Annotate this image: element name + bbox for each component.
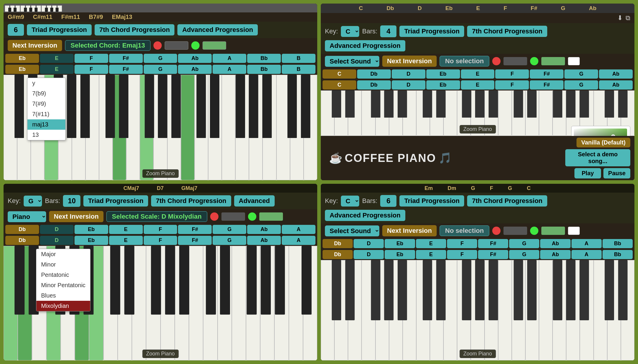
- p3-note-ab-btn2[interactable]: Ab: [247, 236, 281, 245]
- note-ab-1[interactable]: Ab: [178, 54, 212, 63]
- p3-wkey-2[interactable]: [18, 246, 32, 360]
- p4-wkey-14[interactable]: [498, 260, 512, 360]
- p2-wkey-18[interactable]: [553, 90, 566, 136]
- p2-note-c-btn[interactable]: C: [323, 69, 356, 79]
- p3-wkey-11[interactable]: [146, 246, 160, 360]
- p3-zoom-piano-label[interactable]: Zoom Piano: [142, 350, 179, 358]
- p4-advanced-button[interactable]: Advanced Progression: [325, 210, 405, 221]
- p4-note-g2[interactable]: G: [509, 250, 539, 259]
- note-b-2[interactable]: B: [282, 65, 315, 74]
- p3-advanced-button[interactable]: Advanced: [234, 195, 275, 207]
- pause-button[interactable]: Pause: [603, 168, 630, 178]
- p4-note-f2[interactable]: F: [447, 250, 477, 259]
- p3-wkey-20[interactable]: [274, 246, 289, 360]
- note-g-2[interactable]: G: [144, 65, 177, 74]
- p2-note-f-btn2[interactable]: F: [495, 80, 529, 90]
- scale-major[interactable]: Major: [36, 249, 90, 259]
- wkey-21[interactable]: [276, 75, 290, 180]
- p2-bars-button[interactable]: 4: [380, 25, 396, 37]
- p2-note-e-btn[interactable]: E: [461, 69, 495, 79]
- p4-note-fs[interactable]: F#: [478, 239, 508, 248]
- p4-note-g[interactable]: G: [509, 239, 539, 248]
- p4-note-bb[interactable]: Bb: [603, 239, 633, 248]
- note-a-1[interactable]: A: [213, 54, 246, 63]
- p3-bars-button[interactable]: 10: [63, 195, 80, 207]
- p4-wkey-13[interactable]: [485, 260, 498, 360]
- p3-wkey-13[interactable]: [175, 246, 189, 360]
- p4-select-sound[interactable]: Select Sound: [325, 225, 379, 236]
- p3-wkey-8[interactable]: [103, 246, 118, 360]
- p2-wkey-17[interactable]: [539, 90, 553, 136]
- p2-wkey-9[interactable]: [430, 90, 443, 136]
- p4-note-eb2[interactable]: Eb: [385, 250, 415, 259]
- note-e-1[interactable]: E: [40, 54, 74, 63]
- p3-note-d-btn[interactable]: D: [40, 225, 74, 234]
- p4-seventh-button[interactable]: 7th Chord Progression: [467, 195, 547, 207]
- p2-wkey-3[interactable]: [348, 90, 362, 136]
- dropdown-item-7s11[interactable]: 7(#11): [27, 109, 65, 119]
- p3-wkey-9[interactable]: [118, 246, 132, 360]
- wkey-13[interactable]: [167, 75, 181, 180]
- wkey-15[interactable]: [195, 75, 208, 180]
- p2-zoom-piano-label[interactable]: Zoom Piano: [459, 125, 496, 134]
- p4-wkey-10[interactable]: [443, 260, 457, 360]
- p3-note-fs-btn2[interactable]: F#: [178, 236, 212, 245]
- p3-seventh-button[interactable]: 7th Chord Progression: [151, 195, 231, 207]
- wkey-10[interactable]: [126, 75, 140, 180]
- p2-note-fs-btn[interactable]: F#: [530, 69, 563, 79]
- note-a-2[interactable]: A: [213, 65, 246, 74]
- p3-wkey-17[interactable]: [232, 246, 246, 360]
- note-ab-2[interactable]: Ab: [178, 65, 212, 74]
- p4-zoom-piano-label[interactable]: Zoom Piano: [459, 350, 496, 358]
- note-fs-1[interactable]: F#: [109, 54, 143, 63]
- p4-wkey-20[interactable]: [580, 260, 593, 360]
- p3-wkey-7[interactable]: [89, 246, 103, 360]
- p3-key-select[interactable]: GCDEFAB: [24, 196, 42, 207]
- advanced-progression-button[interactable]: Advanced Progression: [177, 24, 258, 35]
- p3-triad-button[interactable]: Triad Progression: [83, 195, 148, 207]
- p3-next-inversion-button[interactable]: Next Inversion: [49, 211, 103, 222]
- wkey-8[interactable]: [99, 75, 113, 180]
- wkey-1[interactable]: [4, 75, 17, 180]
- note-f-2[interactable]: F: [75, 65, 108, 74]
- p4-next-inversion-button[interactable]: Next Inversion: [382, 225, 437, 236]
- dropdown-item-7s9[interactable]: 7(#9): [27, 99, 65, 109]
- p2-wkey-6[interactable]: [389, 90, 403, 136]
- download-icon[interactable]: ⬇: [617, 14, 623, 22]
- p2-note-e-btn2[interactable]: E: [461, 80, 495, 90]
- note-bb-1[interactable]: Bb: [247, 54, 281, 63]
- p3-note-f-btn2[interactable]: F: [144, 236, 177, 245]
- p3-note-db-btn[interactable]: Db: [5, 225, 39, 234]
- wkey-22[interactable]: [290, 75, 304, 180]
- p3-wkey-12[interactable]: [161, 246, 175, 360]
- scale-minor[interactable]: Minor: [36, 259, 90, 270]
- note-eb-1[interactable]: Eb: [5, 54, 39, 63]
- p4-note-e2[interactable]: E: [416, 250, 446, 259]
- p4-note-f[interactable]: F: [447, 239, 477, 248]
- p2-wkey-4[interactable]: [362, 90, 375, 136]
- p4-note-d2[interactable]: D: [354, 250, 384, 259]
- play-button[interactable]: Play: [574, 168, 601, 178]
- p3-note-a-btn2[interactable]: A: [282, 236, 315, 245]
- p2-wkey-8[interactable]: [416, 90, 430, 136]
- scale-minor-pentatonic[interactable]: Minor Pentatonic: [36, 280, 90, 290]
- wkey-23[interactable]: [304, 75, 317, 180]
- p4-note-ab2[interactable]: Ab: [540, 250, 570, 259]
- dropdown-item-maj13[interactable]: maj13: [27, 119, 65, 130]
- wkey-12[interactable]: [153, 75, 167, 180]
- p4-note-ab[interactable]: Ab: [540, 239, 570, 248]
- scale-mixolydian[interactable]: Mixolydian: [36, 301, 90, 311]
- p2-wkey-5[interactable]: [375, 90, 389, 136]
- p4-wkey-21[interactable]: [594, 260, 607, 360]
- p4-wkey-4[interactable]: [362, 260, 375, 360]
- p4-wkey-5[interactable]: [375, 260, 389, 360]
- wkey-18[interactable]: [235, 75, 249, 180]
- p4-wkey-6[interactable]: [389, 260, 403, 360]
- p2-wkey-1[interactable]: [321, 90, 334, 136]
- p3-wkey-15[interactable]: [203, 246, 217, 360]
- seventh-chord-button[interactable]: 7th Chord Progression: [95, 24, 174, 35]
- wkey-9[interactable]: [113, 75, 126, 180]
- next-inversion-button[interactable]: Next Inversion: [8, 40, 62, 51]
- p2-next-inversion-button[interactable]: Next Inversion: [382, 56, 437, 67]
- note-eb-2[interactable]: Eb: [5, 65, 39, 74]
